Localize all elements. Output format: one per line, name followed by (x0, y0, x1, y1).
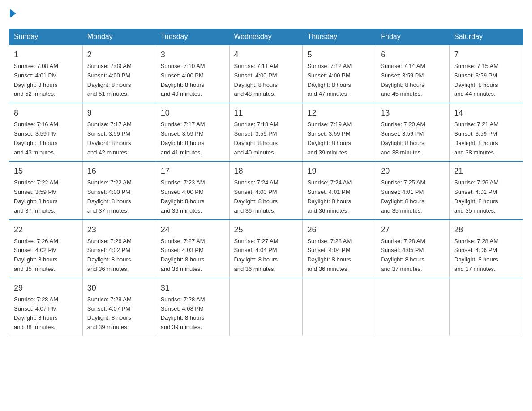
calendar-cell: 31Sunrise: 7:28 AMSunset: 4:08 PMDayligh… (156, 278, 229, 336)
day-info: Sunrise: 7:20 AMSunset: 3:59 PMDaylight:… (381, 120, 445, 157)
day-info: Sunrise: 7:17 AMSunset: 3:59 PMDaylight:… (161, 120, 225, 157)
day-info: Sunrise: 7:28 AMSunset: 4:06 PMDaylight:… (454, 237, 518, 274)
calendar-cell: 27Sunrise: 7:28 AMSunset: 4:05 PMDayligh… (376, 220, 450, 278)
calendar-week-row: 1Sunrise: 7:08 AMSunset: 4:01 PMDaylight… (9, 45, 523, 103)
day-info: Sunrise: 7:16 AMSunset: 3:59 PMDaylight:… (14, 120, 78, 157)
day-info: Sunrise: 7:23 AMSunset: 4:00 PMDaylight:… (161, 178, 225, 215)
day-info: Sunrise: 7:19 AMSunset: 3:59 PMDaylight:… (307, 120, 371, 157)
calendar-cell: 6Sunrise: 7:14 AMSunset: 3:59 PMDaylight… (376, 45, 450, 103)
weekday-header-saturday: Saturday (450, 29, 523, 45)
day-number: 7 (454, 49, 518, 61)
calendar-cell: 23Sunrise: 7:26 AMSunset: 4:02 PMDayligh… (82, 220, 156, 278)
calendar-week-row: 29Sunrise: 7:28 AMSunset: 4:07 PMDayligh… (9, 278, 523, 336)
day-number: 25 (234, 224, 298, 236)
day-info: Sunrise: 7:14 AMSunset: 3:59 PMDaylight:… (381, 62, 445, 99)
weekday-header-row: SundayMondayTuesdayWednesdayThursdayFrid… (9, 29, 523, 45)
day-number: 31 (161, 282, 225, 294)
day-info: Sunrise: 7:28 AMSunset: 4:07 PMDaylight:… (14, 295, 78, 332)
day-number: 28 (454, 224, 518, 236)
calendar-cell (450, 278, 523, 336)
calendar-cell: 17Sunrise: 7:23 AMSunset: 4:00 PMDayligh… (156, 161, 229, 219)
day-info: Sunrise: 7:28 AMSunset: 4:07 PMDaylight:… (87, 295, 151, 332)
day-info: Sunrise: 7:28 AMSunset: 4:04 PMDaylight:… (307, 237, 371, 274)
calendar-cell: 25Sunrise: 7:27 AMSunset: 4:04 PMDayligh… (229, 220, 303, 278)
calendar-cell: 28Sunrise: 7:28 AMSunset: 4:06 PMDayligh… (450, 220, 523, 278)
weekday-header-monday: Monday (82, 29, 156, 45)
day-number: 2 (87, 49, 151, 61)
day-number: 14 (454, 107, 518, 119)
weekday-header-friday: Friday (376, 29, 450, 45)
day-number: 21 (454, 165, 518, 177)
calendar-cell: 20Sunrise: 7:25 AMSunset: 4:01 PMDayligh… (376, 161, 450, 219)
day-info: Sunrise: 7:08 AMSunset: 4:01 PMDaylight:… (14, 62, 78, 99)
day-number: 17 (161, 165, 225, 177)
day-number: 6 (381, 49, 445, 61)
day-number: 19 (307, 165, 371, 177)
day-info: Sunrise: 7:10 AMSunset: 4:00 PMDaylight:… (161, 62, 225, 99)
day-number: 9 (87, 107, 151, 119)
calendar-cell: 16Sunrise: 7:22 AMSunset: 4:00 PMDayligh… (82, 161, 156, 219)
day-number: 26 (307, 224, 371, 236)
calendar-cell: 30Sunrise: 7:28 AMSunset: 4:07 PMDayligh… (82, 278, 156, 336)
day-info: Sunrise: 7:26 AMSunset: 4:02 PMDaylight:… (14, 237, 78, 274)
day-number: 13 (381, 107, 445, 119)
day-number: 5 (307, 49, 371, 61)
day-number: 20 (381, 165, 445, 177)
calendar-cell: 14Sunrise: 7:21 AMSunset: 3:59 PMDayligh… (450, 103, 523, 161)
weekday-header-thursday: Thursday (303, 29, 376, 45)
calendar-cell: 24Sunrise: 7:27 AMSunset: 4:03 PMDayligh… (156, 220, 229, 278)
day-number: 10 (161, 107, 225, 119)
weekday-header-sunday: Sunday (9, 29, 83, 45)
calendar-cell (229, 278, 303, 336)
calendar-table: SundayMondayTuesdayWednesdayThursdayFrid… (9, 29, 523, 336)
calendar-cell: 13Sunrise: 7:20 AMSunset: 3:59 PMDayligh… (376, 103, 450, 161)
day-number: 12 (307, 107, 371, 119)
logo (9, 9, 16, 20)
calendar-cell: 1Sunrise: 7:08 AMSunset: 4:01 PMDaylight… (9, 45, 83, 103)
day-info: Sunrise: 7:25 AMSunset: 4:01 PMDaylight:… (381, 178, 445, 215)
calendar-cell: 7Sunrise: 7:15 AMSunset: 3:59 PMDaylight… (450, 45, 523, 103)
calendar-week-row: 15Sunrise: 7:22 AMSunset: 3:59 PMDayligh… (9, 161, 523, 219)
day-info: Sunrise: 7:28 AMSunset: 4:08 PMDaylight:… (161, 295, 225, 332)
day-info: Sunrise: 7:09 AMSunset: 4:00 PMDaylight:… (87, 62, 151, 99)
calendar-cell: 11Sunrise: 7:18 AMSunset: 3:59 PMDayligh… (229, 103, 303, 161)
day-info: Sunrise: 7:24 AMSunset: 4:00 PMDaylight:… (234, 178, 298, 215)
calendar-week-row: 8Sunrise: 7:16 AMSunset: 3:59 PMDaylight… (9, 103, 523, 161)
calendar-cell (376, 278, 450, 336)
page-header (9, 9, 523, 20)
calendar-cell: 8Sunrise: 7:16 AMSunset: 3:59 PMDaylight… (9, 103, 83, 161)
calendar-cell: 9Sunrise: 7:17 AMSunset: 3:59 PMDaylight… (82, 103, 156, 161)
day-info: Sunrise: 7:15 AMSunset: 3:59 PMDaylight:… (454, 62, 518, 99)
day-number: 3 (161, 49, 225, 61)
day-number: 29 (14, 282, 78, 294)
day-number: 8 (14, 107, 78, 119)
day-number: 15 (14, 165, 78, 177)
calendar-cell: 12Sunrise: 7:19 AMSunset: 3:59 PMDayligh… (303, 103, 376, 161)
calendar-cell: 15Sunrise: 7:22 AMSunset: 3:59 PMDayligh… (9, 161, 83, 219)
day-number: 4 (234, 49, 298, 61)
day-number: 1 (14, 49, 78, 61)
calendar-cell: 18Sunrise: 7:24 AMSunset: 4:00 PMDayligh… (229, 161, 303, 219)
calendar-cell: 4Sunrise: 7:11 AMSunset: 4:00 PMDaylight… (229, 45, 303, 103)
day-info: Sunrise: 7:28 AMSunset: 4:05 PMDaylight:… (381, 237, 445, 274)
day-number: 16 (87, 165, 151, 177)
calendar-week-row: 22Sunrise: 7:26 AMSunset: 4:02 PMDayligh… (9, 220, 523, 278)
weekday-header-wednesday: Wednesday (229, 29, 303, 45)
day-number: 22 (14, 224, 78, 236)
day-info: Sunrise: 7:24 AMSunset: 4:01 PMDaylight:… (307, 178, 371, 215)
logo-triangle-icon (10, 9, 16, 18)
weekday-header-tuesday: Tuesday (156, 29, 229, 45)
calendar-cell: 29Sunrise: 7:28 AMSunset: 4:07 PMDayligh… (9, 278, 83, 336)
day-info: Sunrise: 7:12 AMSunset: 4:00 PMDaylight:… (307, 62, 371, 99)
calendar-cell: 5Sunrise: 7:12 AMSunset: 4:00 PMDaylight… (303, 45, 376, 103)
day-info: Sunrise: 7:27 AMSunset: 4:03 PMDaylight:… (161, 237, 225, 274)
day-info: Sunrise: 7:26 AMSunset: 4:01 PMDaylight:… (454, 178, 518, 215)
calendar-cell: 19Sunrise: 7:24 AMSunset: 4:01 PMDayligh… (303, 161, 376, 219)
day-info: Sunrise: 7:22 AMSunset: 3:59 PMDaylight:… (14, 178, 78, 215)
day-info: Sunrise: 7:27 AMSunset: 4:04 PMDaylight:… (234, 237, 298, 274)
day-info: Sunrise: 7:26 AMSunset: 4:02 PMDaylight:… (87, 237, 151, 274)
day-info: Sunrise: 7:21 AMSunset: 3:59 PMDaylight:… (454, 120, 518, 157)
calendar-cell: 2Sunrise: 7:09 AMSunset: 4:00 PMDaylight… (82, 45, 156, 103)
day-number: 24 (161, 224, 225, 236)
day-number: 27 (381, 224, 445, 236)
